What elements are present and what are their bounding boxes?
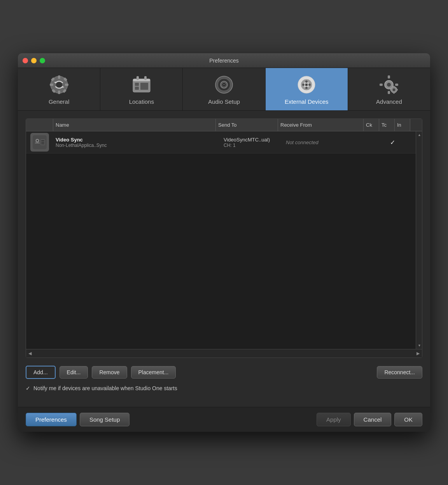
send-to-cell: VideoSyncMTC..ual) CH: 1 — [221, 134, 284, 150]
svg-rect-37 — [395, 84, 398, 86]
close-button[interactable] — [23, 58, 28, 63]
svg-point-28 — [308, 84, 311, 86]
add-button[interactable]: Add... — [26, 366, 56, 379]
notify-checkmark[interactable]: ✓ — [26, 385, 30, 391]
svg-point-23 — [224, 84, 225, 85]
device-icon-cell — [26, 131, 53, 153]
svg-rect-50 — [41, 142, 44, 143]
svg-rect-43 — [396, 89, 398, 91]
svg-rect-16 — [140, 83, 148, 90]
tab-advanced-label: Advanced — [376, 98, 402, 105]
tab-locations[interactable]: Locations — [100, 68, 183, 110]
external-devices-icon — [296, 74, 317, 95]
svg-rect-35 — [388, 91, 390, 94]
general-icon — [49, 74, 70, 95]
col-receive-from: Receive From — [278, 119, 364, 131]
device-name-cell: Video Sync Non-LethalApplica..Sync — [53, 134, 221, 150]
tab-bar: General Locations — [18, 68, 430, 111]
tab-external-devices[interactable]: External Devices — [266, 68, 348, 110]
tab-external-devices-label: External Devices — [285, 98, 329, 105]
placement-button[interactable]: Placement... — [131, 366, 176, 379]
tab-locations-label: Locations — [129, 98, 154, 105]
svg-rect-3 — [58, 91, 60, 94]
svg-rect-14 — [135, 83, 139, 86]
tab-audio-setup[interactable]: Audio Setup — [183, 68, 265, 110]
main-content: Name Send To Receive From Ck Tc In — [18, 111, 430, 407]
svg-rect-5 — [65, 84, 68, 86]
traffic-lights — [23, 58, 45, 63]
receive-from-value: Not connected — [286, 140, 318, 145]
apply-button[interactable]: Apply — [317, 413, 351, 426]
table-header: Name Send To Receive From Ck Tc In — [26, 119, 422, 131]
svg-rect-34 — [388, 75, 390, 79]
svg-point-27 — [302, 84, 304, 86]
col-tc: Tc — [379, 119, 395, 131]
col-scroll — [410, 119, 422, 131]
preferences-window: Preferences — [18, 53, 430, 432]
tab-audio-setup-label: Audio Setup — [208, 98, 240, 105]
ok-button[interactable]: OK — [394, 413, 422, 426]
maximize-button[interactable] — [40, 58, 45, 63]
reconnect-button[interactable]: Reconnect... — [377, 366, 422, 379]
svg-point-1 — [56, 82, 62, 88]
send-to-value: VideoSyncMTC..ual) — [224, 137, 281, 143]
receive-from-cell: Not connected — [284, 137, 369, 148]
svg-rect-4 — [50, 84, 53, 86]
device-name: Video Sync — [56, 137, 219, 143]
svg-rect-13 — [133, 79, 150, 81]
tc-cell[interactable]: ✓ — [385, 136, 400, 148]
scroll-right-arrow[interactable]: ▶ — [416, 351, 420, 356]
device-sub-name: Non-LethalApplica..Sync — [56, 143, 219, 148]
ck-cell — [369, 140, 385, 145]
notify-label: Notify me if devices are unavailable whe… — [33, 385, 177, 391]
svg-point-39 — [393, 89, 396, 91]
svg-point-33 — [387, 83, 391, 87]
advanced-icon — [378, 74, 399, 95]
tab-advanced[interactable]: Advanced — [348, 68, 430, 110]
svg-rect-40 — [393, 86, 395, 88]
horizontal-scroll-bar: ◀ ▶ — [26, 349, 422, 358]
svg-point-29 — [305, 80, 308, 83]
devices-table: Name Send To Receive From Ck Tc In — [26, 119, 422, 358]
notify-checkbox-row: ✓ Notify me if devices are unavailable w… — [26, 385, 422, 391]
footer: Preferences Song Setup Apply Cancel OK — [18, 407, 430, 432]
col-ck: Ck — [364, 119, 379, 131]
minimize-button[interactable] — [31, 58, 37, 63]
svg-point-46 — [37, 140, 38, 141]
tab-general[interactable]: General — [18, 68, 100, 110]
svg-rect-49 — [41, 140, 44, 141]
svg-rect-41 — [393, 92, 395, 94]
audio-setup-icon — [214, 74, 234, 95]
scroll-left-arrow[interactable]: ◀ — [28, 351, 32, 356]
edit-button[interactable]: Edit... — [60, 366, 88, 379]
title-bar: Preferences — [18, 53, 430, 68]
scroll-up-arrow[interactable]: ▲ — [416, 131, 422, 138]
table-row[interactable]: Video Sync Non-LethalApplica..Sync Video… — [26, 131, 416, 154]
svg-point-30 — [305, 87, 308, 89]
in-cell — [400, 140, 416, 145]
cancel-button[interactable]: Cancel — [354, 413, 392, 426]
col-send-to: Send To — [216, 119, 278, 131]
svg-rect-31 — [305, 84, 308, 86]
device-icon — [30, 133, 49, 152]
svg-rect-2 — [58, 75, 60, 79]
col-icon — [26, 119, 53, 131]
window-title: Preferences — [209, 58, 238, 64]
song-setup-button[interactable]: Song Setup — [80, 413, 130, 426]
svg-rect-17 — [136, 76, 139, 80]
svg-rect-15 — [135, 87, 139, 90]
tab-general-label: General — [49, 98, 69, 105]
send-to-sub: CH: 1 — [224, 143, 281, 148]
remove-button[interactable]: Remove — [92, 366, 127, 379]
scroll-down-arrow[interactable]: ▼ — [416, 342, 422, 349]
svg-rect-36 — [380, 84, 383, 86]
svg-rect-42 — [390, 89, 392, 91]
action-buttons: Add... Edit... Remove Placement... Recon… — [26, 366, 422, 379]
svg-rect-18 — [144, 76, 147, 80]
preferences-button[interactable]: Preferences — [26, 413, 77, 426]
col-name: Name — [53, 119, 216, 131]
col-in: In — [395, 119, 410, 131]
locations-icon — [131, 74, 152, 95]
svg-rect-51 — [41, 143, 44, 144]
